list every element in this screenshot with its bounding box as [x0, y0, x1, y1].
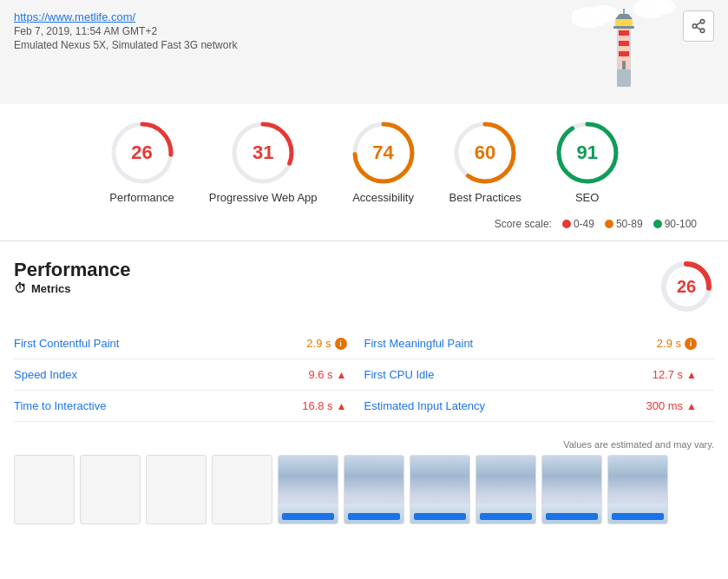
film-blue-bar: [282, 513, 334, 520]
svg-rect-10: [619, 30, 629, 36]
svg-marker-15: [615, 14, 633, 19]
score-circle-pwa: 31: [232, 122, 294, 184]
scale-red: 0-49: [562, 218, 594, 230]
scale-label: Score scale:: [495, 218, 552, 230]
scores-section: 26 Performance 31 Progressive Web App 74…: [0, 104, 728, 241]
film-frame: [278, 455, 338, 524]
orange-dot: [605, 220, 613, 228]
metrics-grid: First Contentful Paint 2.9 s i First Mea…: [14, 328, 714, 422]
film-frame: [146, 455, 207, 524]
scale-orange-range: 50-89: [616, 218, 643, 230]
film-screenshot: [608, 456, 667, 523]
score-label-seo: SEO: [575, 191, 599, 204]
metric-item: Speed Index 9.6 s ▲: [14, 359, 364, 391]
film-screenshot: [476, 456, 535, 523]
scale-green-range: 90-100: [665, 218, 697, 230]
performance-title: Performance: [14, 259, 131, 281]
metrics-header: ⏱ Metrics: [14, 281, 131, 295]
film-frame: [212, 455, 272, 524]
info-icon: i: [335, 338, 347, 350]
film-blue-bar: [414, 513, 466, 520]
film-frame: [541, 455, 602, 524]
metric-item: First Contentful Paint 2.9 s i: [14, 328, 364, 359]
score-circle-seo: 91: [556, 122, 619, 184]
metric-item: First CPU Idle 12.7 s ▲: [364, 359, 715, 391]
svg-line-21: [696, 27, 700, 30]
svg-rect-4: [617, 69, 631, 87]
red-dot: [562, 220, 571, 228]
score-label-pwa: Progressive Web App: [209, 191, 318, 204]
score-value-seo: 91: [576, 141, 597, 164]
metric-name[interactable]: First Contentful Paint: [14, 337, 119, 350]
metric-item: First Meaningful Paint 2.9 s i: [364, 328, 715, 359]
perf-header: Performance ⏱ Metrics 26: [14, 259, 714, 314]
film-screenshot: [344, 456, 403, 523]
score-label-best-practices: Best Practices: [449, 191, 521, 204]
film-frame: [14, 455, 75, 524]
film-screenshot: [410, 456, 469, 523]
warning-icon: ▲: [337, 369, 347, 381]
score-value-performance: 26: [131, 141, 152, 164]
info-icon: i: [685, 338, 697, 350]
score-label-performance: Performance: [109, 191, 174, 204]
score-scale: Score scale: 0-49 50-89 90-100: [14, 218, 714, 230]
film-frame: [80, 455, 141, 524]
stopwatch-icon: ⏱: [14, 281, 26, 295]
film-blue-bar: [348, 513, 400, 520]
metric-name[interactable]: Time to Interactive: [14, 399, 106, 412]
svg-point-19: [692, 24, 697, 29]
warning-icon: ▲: [337, 400, 347, 412]
score-item-best-practices[interactable]: 60 Best Practices: [449, 122, 521, 204]
metric-value: 9.6 s ▲: [308, 368, 346, 381]
film-blue-bar: [612, 513, 664, 520]
filmstrip: [14, 455, 714, 524]
warning-icon: ▲: [686, 400, 697, 412]
scores-row: 26 Performance 31 Progressive Web App 74…: [14, 122, 714, 204]
warning-icon: ▲: [686, 369, 697, 381]
score-value-accessibility: 74: [372, 141, 393, 164]
svg-rect-11: [619, 41, 629, 46]
svg-line-22: [696, 23, 700, 25]
scale-green: 90-100: [653, 218, 697, 230]
lighthouse-illustration: [572, 0, 676, 95]
metric-name[interactable]: First Meaningful Paint: [364, 337, 474, 350]
score-label-accessibility: Accessibility: [352, 191, 414, 204]
scale-orange: 50-89: [605, 218, 643, 230]
score-item-accessibility[interactable]: 74 Accessibility: [352, 122, 415, 204]
metric-name[interactable]: First CPU Idle: [364, 368, 435, 381]
svg-rect-16: [613, 26, 634, 29]
metric-item: Time to Interactive 16.8 s ▲: [14, 391, 364, 422]
metric-value: 12.7 s ▲: [653, 368, 697, 381]
film-frame: [410, 455, 470, 524]
performance-score-circle: 26: [659, 259, 714, 314]
film-frame: [607, 455, 668, 524]
film-frame: [344, 455, 404, 524]
metric-name[interactable]: Estimated Input Latency: [364, 399, 485, 412]
performance-section: Performance ⏱ Metrics 26 First Contentfu…: [0, 241, 728, 542]
metric-value: 2.9 s i: [657, 337, 697, 350]
film-blue-bar: [480, 513, 532, 520]
score-item-pwa[interactable]: 31 Progressive Web App: [209, 122, 318, 204]
score-item-performance[interactable]: 26 Performance: [109, 122, 174, 204]
film-frame: [475, 455, 536, 524]
score-value-pwa: 31: [253, 141, 273, 164]
score-circle-accessibility: 74: [352, 122, 415, 184]
share-button[interactable]: [683, 10, 714, 42]
performance-score-value: 26: [677, 277, 696, 297]
metric-value: 16.8 s ▲: [302, 399, 346, 412]
film-screenshot: [279, 456, 338, 523]
header: https://www.metlife.com/ Feb 7, 2019, 11…: [0, 0, 728, 104]
scale-red-range: 0-49: [574, 218, 594, 230]
score-value-best-practices: 60: [475, 141, 495, 164]
svg-rect-12: [619, 51, 629, 56]
film-blue-bar: [546, 513, 598, 520]
metrics-label: Metrics: [31, 282, 71, 295]
metric-value: 2.9 s i: [306, 337, 346, 350]
score-item-seo[interactable]: 91 SEO: [556, 122, 619, 204]
metric-value: 300 ms ▲: [646, 399, 697, 412]
metric-name[interactable]: Speed Index: [14, 368, 77, 381]
filmstrip-note: Values are estimated and may vary.: [14, 439, 714, 450]
green-dot: [653, 220, 662, 228]
score-circle-performance: 26: [111, 122, 174, 184]
filmstrip-section: Values are estimated and may vary.: [14, 439, 714, 524]
